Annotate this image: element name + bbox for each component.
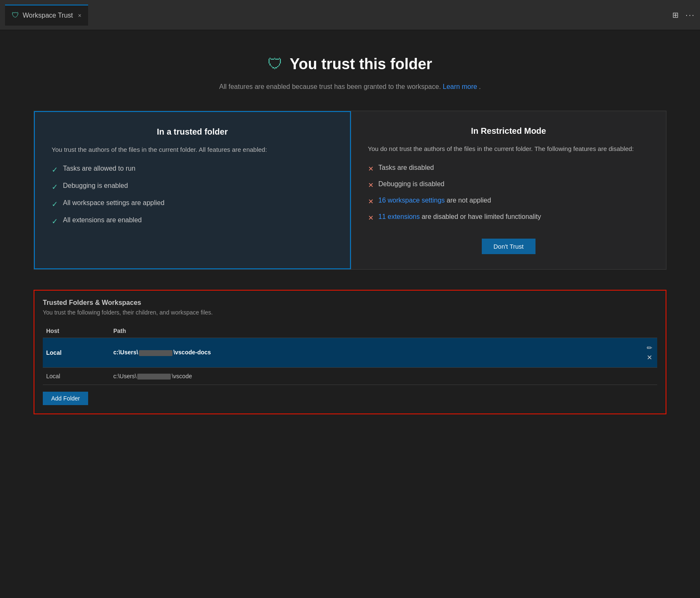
trusted-folders-table: Host Path Local c:\Users\ \vscode-docs ✏…	[43, 324, 657, 385]
tab-title: Workspace Trust	[23, 12, 73, 19]
table-row: Local c:\Users\ \vscode	[43, 367, 657, 385]
split-editor-icon[interactable]: ⊞	[672, 10, 679, 20]
redacted-username-1	[139, 350, 172, 356]
restricted-feature-label-4: 11 extensions are disabled or have limit…	[379, 213, 541, 221]
check-icon-4: ✓	[52, 217, 58, 226]
tab-close-button[interactable]: ×	[78, 12, 81, 19]
trusted-card-heading: In a trusted folder	[52, 127, 333, 137]
tab-bar: 🛡 Workspace Trust × ⊞ ···	[0, 0, 700, 30]
restricted-feature-4: ✕ 11 extensions are disabled or have lim…	[368, 213, 650, 222]
extensions-link[interactable]: 11 extensions	[379, 213, 420, 220]
restricted-card-heading: In Restricted Mode	[368, 126, 650, 136]
more-actions-icon[interactable]: ···	[685, 10, 695, 20]
restricted-feature-label-3: 16 workspace settings are not applied	[379, 197, 491, 204]
hero-heading: You trust this folder	[290, 55, 432, 73]
redacted-username-2	[137, 374, 171, 380]
shield-hero-icon: 🛡	[268, 55, 283, 73]
trusted-card-desc: You trust the authors of the files in th…	[52, 145, 333, 155]
trusted-folders-subtitle: You trust the following folders, their c…	[43, 309, 657, 316]
row-1-host: Local	[43, 338, 110, 367]
cross-icon-2: ✕	[368, 181, 374, 189]
table-header-row: Host Path	[43, 324, 657, 338]
trusted-feature-label-2: Debugging is enabled	[63, 182, 128, 190]
cross-icon-3: ✕	[368, 198, 374, 205]
trusted-feature-label-1: Tasks are allowed to run	[63, 165, 136, 172]
cross-icon-4: ✕	[368, 214, 374, 222]
tab-right-actions: ⊞ ···	[672, 10, 695, 20]
row-1-path: c:\Users\ \vscode-docs	[110, 338, 632, 367]
restricted-feature-3: ✕ 16 workspace settings are not applied	[368, 197, 650, 205]
workspace-trust-tab[interactable]: 🛡 Workspace Trust ×	[5, 5, 88, 26]
shield-tab-icon: 🛡	[12, 11, 19, 20]
trusted-feature-2: ✓ Debugging is enabled	[52, 182, 333, 192]
check-icon-3: ✓	[52, 200, 58, 209]
hero-title: 🛡 You trust this folder	[34, 55, 666, 73]
cross-icon-1: ✕	[368, 165, 374, 173]
add-folder-button[interactable]: Add Folder	[43, 392, 88, 405]
hero-subtitle-text: All features are enabled because trust h…	[219, 83, 441, 90]
row-2-actions	[632, 367, 657, 385]
check-icon-1: ✓	[52, 165, 58, 174]
trusted-feature-label-4: All extensions are enabled	[63, 216, 142, 224]
column-path-header: Path	[110, 324, 632, 338]
restricted-card-desc: You do not trust the authors of the file…	[368, 144, 650, 154]
row-2-path: c:\Users\ \vscode	[110, 367, 632, 385]
delete-row-1-button[interactable]: ✕	[645, 353, 654, 362]
restricted-feature-1: ✕ Tasks are disabled	[368, 164, 650, 173]
trusted-feature-3: ✓ All workspace settings are applied	[52, 199, 333, 209]
restricted-feature-2: ✕ Debugging is disabled	[368, 180, 650, 189]
edit-row-1-button[interactable]: ✏	[645, 343, 654, 353]
trusted-folders-title: Trusted Folders & Workspaces	[43, 299, 657, 307]
main-content: 🛡 You trust this folder All features are…	[0, 30, 700, 431]
trusted-feature-1: ✓ Tasks are allowed to run	[52, 165, 333, 174]
trusted-feature-4: ✓ All extensions are enabled	[52, 216, 333, 226]
restricted-feature-label-2: Debugging is disabled	[379, 180, 444, 188]
column-host-header: Host	[43, 324, 110, 338]
table-row: Local c:\Users\ \vscode-docs ✏ ✕	[43, 338, 657, 367]
trusted-card: In a trusted folder You trust the author…	[34, 111, 351, 269]
restricted-feature-list: ✕ Tasks are disabled ✕ Debugging is disa…	[368, 164, 650, 222]
check-icon-2: ✓	[52, 182, 58, 192]
trusted-folders-section: Trusted Folders & Workspaces You trust t…	[34, 290, 666, 414]
learn-more-link[interactable]: Learn more	[443, 83, 477, 90]
trusted-feature-label-3: All workspace settings are applied	[63, 199, 165, 207]
restricted-feature-label-1: Tasks are disabled	[379, 164, 434, 172]
trusted-feature-list: ✓ Tasks are allowed to run ✓ Debugging i…	[52, 165, 333, 226]
dont-trust-button[interactable]: Don't Trust	[482, 239, 535, 254]
hero-section: 🛡 You trust this folder All features are…	[34, 55, 666, 91]
restricted-card: In Restricted Mode You do not trust the …	[351, 111, 666, 269]
cards-row: In a trusted folder You trust the author…	[34, 111, 666, 270]
hero-subtitle-after: .	[479, 83, 481, 90]
row-1-actions: ✏ ✕	[632, 338, 657, 367]
workspace-settings-link[interactable]: 16 workspace settings	[379, 197, 445, 204]
row-2-host: Local	[43, 367, 110, 385]
tab-left: 🛡 Workspace Trust ×	[5, 5, 88, 26]
hero-subtitle: All features are enabled because trust h…	[34, 83, 666, 91]
